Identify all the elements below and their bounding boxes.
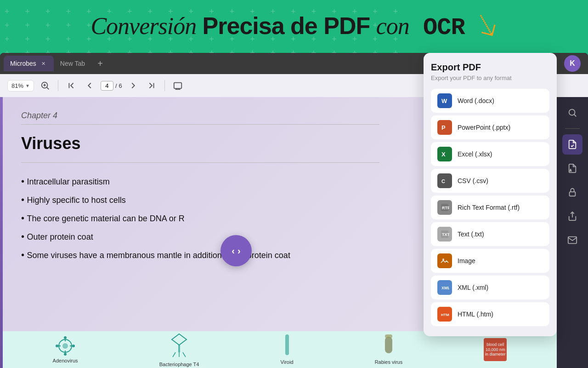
banner-italic1: Conversión	[90, 13, 196, 39]
svg-rect-6	[174, 83, 182, 89]
svg-text:W: W	[441, 98, 447, 104]
html-icon: HTML	[437, 307, 452, 322]
svg-point-16	[64, 336, 67, 339]
svg-rect-41	[441, 257, 448, 264]
adenovirus-label: Adenovirus	[53, 358, 78, 363]
tab-new-label: New Tab	[60, 60, 85, 67]
zoom-control[interactable]: 81% ▼	[7, 80, 34, 92]
svg-text:XML: XML	[441, 286, 449, 290]
svg-text:X: X	[441, 151, 446, 158]
sidebar-mail-button[interactable]	[562, 230, 582, 250]
svg-point-19	[72, 345, 75, 347]
export-xml-button[interactable]: XML XML (.xml)	[431, 276, 549, 299]
export-image-label: Image	[458, 257, 475, 264]
csv-icon: C	[437, 173, 452, 188]
banner-italic2: con	[376, 13, 409, 39]
svg-text:TXT: TXT	[442, 232, 449, 237]
banner-mono: OCR	[409, 14, 465, 41]
pdf-nav-left-icon: ‹	[232, 246, 235, 256]
svg-rect-27	[385, 334, 392, 338]
export-ppt-button[interactable]: P PowerPoint (.pptx)	[431, 115, 549, 139]
fullscreen-button[interactable]	[170, 78, 185, 93]
svg-marker-20	[172, 334, 187, 345]
export-txt-label: Text (.txt)	[458, 230, 484, 238]
toolbar-divider-1	[58, 80, 58, 91]
export-word-button[interactable]: W Word (.docx)	[431, 89, 549, 113]
blood-cell: blood cell10,000 nmin diameter	[484, 338, 507, 361]
export-csv-label: CSV (.csv)	[458, 177, 488, 184]
txt-icon: TXT	[437, 227, 452, 242]
tab-microbes[interactable]: Microbes ✕	[4, 56, 54, 71]
word-icon: W	[437, 93, 452, 108]
svg-point-11	[62, 343, 68, 349]
sidebar-divider-1	[565, 128, 580, 129]
svg-rect-21	[178, 345, 180, 352]
pdf-nav-right-icon: ›	[237, 246, 241, 256]
export-rtf-button[interactable]: RTF Rich Text Format (.rtf)	[431, 196, 549, 219]
rtf-icon: RTF	[437, 200, 452, 215]
chapter-subtitle-divider	[21, 162, 379, 163]
bottom-bar: Adenovirus Bacteriophage T4	[3, 331, 557, 368]
zoom-arrow-icon: ▼	[25, 83, 30, 88]
svg-line-1	[46, 87, 49, 89]
svg-point-18	[56, 345, 58, 347]
export-panel: Export PDF Export your PDF to any format…	[424, 53, 557, 336]
export-word-label: Word (.docx)	[458, 97, 494, 104]
sidebar-search-button[interactable]	[562, 103, 582, 123]
zoom-value: 81%	[11, 82, 23, 89]
next-page-button[interactable]	[126, 78, 141, 93]
svg-text:HTML: HTML	[441, 313, 449, 317]
new-tab-button[interactable]: +	[93, 57, 107, 70]
virus-bacteriophage: Bacteriophage T4	[159, 332, 199, 367]
export-panel-title: Export PDF	[431, 62, 549, 73]
first-page-button[interactable]	[64, 78, 79, 93]
export-xml-label: XML (.xml)	[458, 284, 488, 291]
svg-text:P: P	[441, 124, 446, 131]
sidebar-share-button[interactable]	[562, 206, 582, 226]
banner-normal: Precisa de PDF	[196, 12, 376, 39]
page-separator: /	[115, 82, 117, 89]
page-nav: 4 / 6	[101, 81, 122, 91]
pdf-nav-button[interactable]: ‹ ›	[220, 235, 252, 266]
svg-point-17	[64, 353, 67, 356]
export-html-label: HTML (.htm)	[458, 310, 493, 318]
viroid-label: Viroid	[281, 359, 294, 365]
excel-icon: X	[437, 147, 452, 161]
svg-line-24	[183, 352, 186, 357]
export-txt-button[interactable]: TXT Text (.txt)	[431, 222, 549, 246]
sidebar-lock-button[interactable]	[562, 182, 582, 202]
tab-microbes-label: Microbes	[10, 60, 36, 67]
svg-text:C: C	[441, 178, 445, 184]
bacteriophage-label: Bacteriophage T4	[159, 362, 199, 367]
sidebar-pdfa-button[interactable]: A	[562, 158, 582, 178]
svg-line-22	[173, 352, 175, 357]
sidebar-convert-button[interactable]	[562, 134, 582, 155]
svg-rect-31	[570, 192, 576, 196]
svg-text:A: A	[570, 169, 572, 172]
toolbar-divider-2	[164, 80, 165, 91]
avatar[interactable]: K	[564, 55, 581, 72]
export-image-button[interactable]: Image	[431, 249, 549, 273]
last-page-button[interactable]	[144, 78, 159, 93]
rabies-label: Rabies virus	[375, 359, 403, 365]
top-banner: Conversión Precisa de PDF con OCR 🡦	[0, 0, 588, 53]
export-panel-subtitle: Export your PDF to any format	[431, 75, 549, 81]
virus-rabies: Rabies virus	[375, 334, 403, 365]
banner-text: Conversión Precisa de PDF con OCR 🡦	[90, 12, 497, 41]
svg-rect-26	[385, 337, 392, 353]
export-html-button[interactable]: HTML HTML (.htm)	[431, 302, 549, 326]
blood-cell-label: blood cell10,000 nmin diameter	[485, 342, 506, 357]
banner-arrow: 🡦	[472, 10, 500, 42]
tab-new[interactable]: New Tab	[54, 56, 91, 71]
prev-page-button[interactable]	[82, 78, 97, 93]
export-excel-button[interactable]: X Excel (.xlsx)	[431, 142, 549, 166]
xml-icon: XML	[437, 280, 452, 295]
zoom-in-button[interactable]	[38, 78, 52, 93]
export-csv-button[interactable]: C CSV (.csv)	[431, 169, 549, 193]
svg-text:RTF: RTF	[442, 206, 449, 210]
tab-microbes-close[interactable]: ✕	[40, 60, 47, 67]
virus-adenovirus: Adenovirus	[53, 336, 78, 363]
svg-line-29	[574, 114, 576, 116]
page-input[interactable]: 4	[101, 81, 113, 91]
export-rtf-label: Rich Text Format (.rtf)	[458, 204, 520, 211]
